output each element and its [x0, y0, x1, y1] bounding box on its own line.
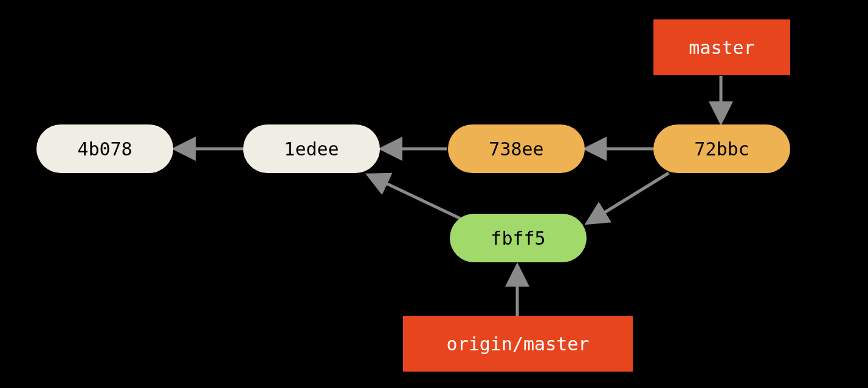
commit-label: 1edee — [284, 138, 339, 160]
svg-line-5 — [590, 173, 669, 222]
branch-label-origin-master: origin/master — [403, 316, 633, 372]
branch-label-master: master — [653, 19, 790, 75]
commit-node-738ee: 738ee — [448, 124, 585, 173]
commit-label: fbff5 — [491, 228, 545, 249]
commit-node-fbff5: fbff5 — [450, 214, 587, 262]
commit-label: 72bbc — [694, 138, 749, 160]
svg-line-6 — [371, 176, 467, 222]
commit-label: 4b078 — [77, 138, 132, 160]
branch-text: master — [689, 37, 754, 58]
branch-text: origin/master — [447, 333, 590, 355]
commit-node-1edee: 1edee — [243, 124, 380, 173]
commit-node-72bbc: 72bbc — [653, 124, 790, 173]
commit-label: 738ee — [489, 138, 543, 160]
commit-node-4b078: 4b078 — [36, 124, 173, 173]
